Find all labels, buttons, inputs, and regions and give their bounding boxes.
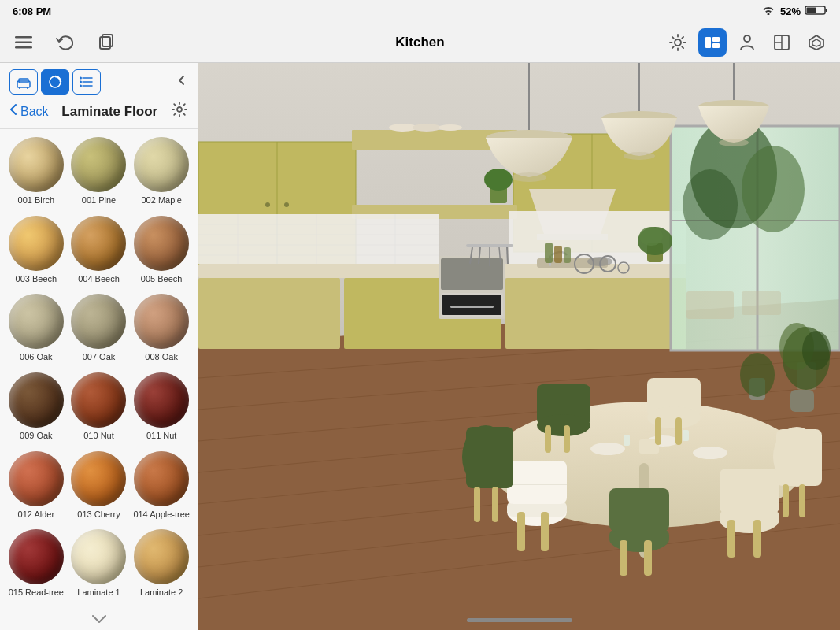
svg-point-20 xyxy=(744,35,750,42)
svg-rect-131 xyxy=(517,512,525,551)
material-label: 004 Beech xyxy=(78,274,120,284)
svg-point-125 xyxy=(693,447,727,459)
collapse-sidebar-button[interactable] xyxy=(176,74,188,91)
floorplan-button[interactable] xyxy=(768,28,796,57)
svg-rect-139 xyxy=(609,488,669,532)
tab-materials[interactable] xyxy=(41,69,69,94)
svg-rect-109 xyxy=(545,243,553,263)
material-item-001-pine[interactable]: 001 Pine xyxy=(69,137,129,209)
wifi-icon xyxy=(761,5,775,17)
material-sphere xyxy=(9,372,64,428)
svg-rect-142 xyxy=(727,520,735,558)
svg-point-114 xyxy=(512,172,546,182)
material-item-011-nut[interactable]: 011 Nut xyxy=(131,372,191,445)
material-sphere xyxy=(71,372,126,428)
tab-furniture[interactable] xyxy=(9,69,38,94)
material-item-013-cherry[interactable]: 013 Cherry xyxy=(69,451,129,524)
material-item-laminate-1[interactable]: Laminate 1 xyxy=(69,529,129,602)
svg-line-13 xyxy=(672,36,674,38)
viewport xyxy=(198,63,840,630)
settings-button[interactable] xyxy=(171,101,188,122)
material-item-004-beech[interactable]: 004 Beech xyxy=(69,216,129,288)
copy-button[interactable] xyxy=(91,28,120,57)
svg-rect-147 xyxy=(474,487,480,522)
material-item-010-nut[interactable]: 010 Nut xyxy=(69,372,129,445)
material-item-001-birch[interactable]: 001 Birch xyxy=(6,137,66,209)
scene-render xyxy=(198,63,840,630)
status-bar: 6:08 PM 52% xyxy=(0,0,840,22)
material-item-015-read-tree[interactable]: 015 Read-tree xyxy=(6,529,66,602)
ar-button[interactable] xyxy=(802,28,831,57)
svg-rect-71 xyxy=(450,306,494,308)
svg-point-123 xyxy=(590,443,625,455)
material-label: 006 Oak xyxy=(20,352,53,361)
tab-list[interactable] xyxy=(72,69,101,94)
material-item-007-oak[interactable]: 007 Oak xyxy=(69,294,129,366)
svg-point-60 xyxy=(439,124,462,131)
view-3d-button[interactable] xyxy=(698,28,727,57)
material-sphere xyxy=(9,216,64,271)
svg-point-35 xyxy=(80,81,82,83)
material-item-002-maple[interactable]: 002 Maple xyxy=(131,137,191,209)
material-item-003-beech[interactable]: 003 Beech xyxy=(6,216,66,288)
material-item-009-oak[interactable]: 009 Oak xyxy=(6,372,66,445)
status-time: 6:08 PM xyxy=(13,6,51,17)
material-item-008-oak[interactable]: 008 Oak xyxy=(131,294,191,366)
svg-rect-4 xyxy=(15,41,32,43)
material-sphere xyxy=(134,137,189,192)
svg-point-34 xyxy=(80,77,82,80)
menu-button[interactable] xyxy=(9,28,38,57)
svg-point-103 xyxy=(683,169,738,240)
svg-rect-151 xyxy=(783,484,789,517)
svg-rect-127 xyxy=(683,430,689,441)
svg-marker-24 xyxy=(809,35,823,50)
svg-rect-17 xyxy=(705,37,711,48)
svg-rect-144 xyxy=(720,469,779,513)
material-label: 005 Beech xyxy=(141,274,183,284)
main-content: Back Laminate Floor 001 Birch001 Pine002… xyxy=(0,63,840,630)
svg-rect-70 xyxy=(442,295,501,315)
svg-point-120 xyxy=(719,139,749,146)
svg-rect-111 xyxy=(564,247,571,263)
svg-rect-155 xyxy=(545,425,551,453)
material-label: 009 Oak xyxy=(20,431,53,440)
material-label: 013 Cherry xyxy=(77,510,120,519)
svg-rect-68 xyxy=(441,258,503,290)
svg-marker-25 xyxy=(812,39,820,46)
back-label: Back xyxy=(20,105,49,119)
material-sphere xyxy=(134,294,189,349)
material-sphere xyxy=(71,216,126,271)
svg-point-167 xyxy=(740,353,775,397)
undo-button[interactable] xyxy=(50,28,79,57)
svg-rect-2 xyxy=(807,7,816,13)
material-label: 010 Nut xyxy=(83,431,114,440)
material-label: 002 Maple xyxy=(141,195,181,205)
material-sphere xyxy=(71,451,126,506)
svg-point-102 xyxy=(742,146,805,232)
person-button[interactable] xyxy=(733,28,761,57)
material-label: Laminate 2 xyxy=(140,587,183,597)
svg-rect-110 xyxy=(554,246,562,263)
svg-rect-133 xyxy=(507,461,567,504)
sidebar: Back Laminate Floor 001 Birch001 Pine002… xyxy=(0,63,198,630)
material-item-005-beech[interactable]: 005 Beech xyxy=(131,216,191,288)
svg-point-62 xyxy=(484,169,513,191)
material-item-006-oak[interactable]: 006 Oak xyxy=(6,294,66,366)
light-button[interactable] xyxy=(664,28,692,57)
scroll-indicator xyxy=(467,618,572,622)
material-label: 007 Oak xyxy=(83,352,116,361)
svg-line-16 xyxy=(672,46,674,48)
material-item-012-alder[interactable]: 012 Alder xyxy=(6,451,66,524)
scroll-down-indicator[interactable] xyxy=(0,610,198,630)
material-item-laminate-2[interactable]: Laminate 2 xyxy=(131,529,191,602)
material-sphere xyxy=(71,529,126,584)
svg-rect-5 xyxy=(15,46,32,49)
material-item-014-apple-tree[interactable]: 014 Apple-tree xyxy=(131,451,191,524)
back-button[interactable]: Back xyxy=(9,103,49,120)
svg-point-164 xyxy=(802,331,831,370)
svg-point-59 xyxy=(413,124,441,132)
material-grid: 001 Birch001 Pine002 Maple003 Beech004 B… xyxy=(0,129,198,610)
svg-rect-150 xyxy=(776,429,822,486)
material-sphere xyxy=(9,294,64,349)
svg-rect-146 xyxy=(466,427,513,488)
